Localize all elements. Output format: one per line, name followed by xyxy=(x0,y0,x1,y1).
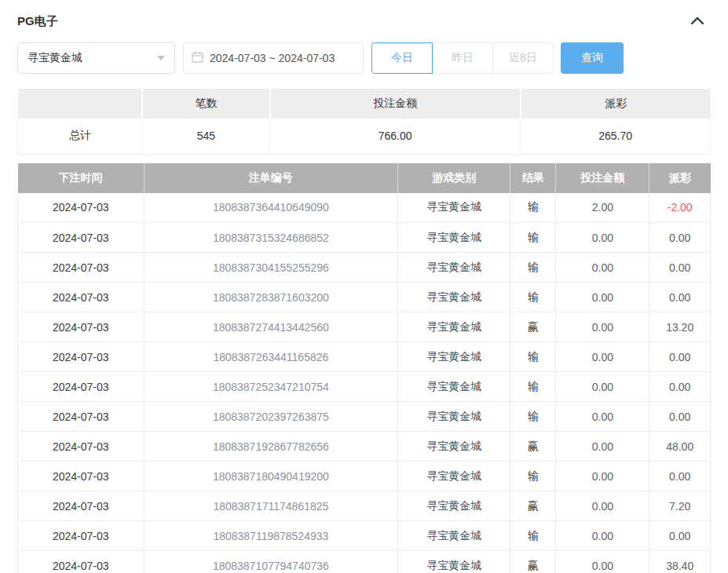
cell-bet-amount: 0.00 xyxy=(556,223,649,253)
records-table: 下注时间 注单编号 游戏类别 结果 投注金额 派彩 2024-07-03 180… xyxy=(17,163,711,573)
cell-bet-number: 1808387171174861825 xyxy=(144,491,398,521)
cell-bet-amount: 0.00 xyxy=(556,253,649,283)
cell-bet-number: 1808387274413442560 xyxy=(144,312,398,342)
cell-result: 输 xyxy=(510,342,556,372)
caret-down-icon xyxy=(157,56,165,60)
cell-payout: 48.00 xyxy=(649,432,711,462)
records-header-row: 下注时间 注单编号 游戏类别 结果 投注金额 派彩 xyxy=(18,163,711,193)
cell-bet-number: 1808387315324686852 xyxy=(144,223,398,253)
cell-bet-number: 1808387180490419200 xyxy=(144,462,398,491)
cell-bet-time: 2024-07-03 xyxy=(18,312,145,342)
cell-bet-amount: 0.00 xyxy=(556,432,649,462)
cell-bet-amount: 0.00 xyxy=(556,491,649,521)
cell-bet-time: 2024-07-03 xyxy=(18,491,145,521)
summary-header-empty xyxy=(18,89,143,119)
table-row: 2024-07-03 1808387171174861825 寻宝黄金城 赢 0… xyxy=(18,491,711,521)
cell-bet-time: 2024-07-03 xyxy=(18,521,145,551)
cell-game-type: 寻宝黄金城 xyxy=(398,551,510,573)
cell-game-type: 寻宝黄金城 xyxy=(398,312,510,342)
cell-bet-time: 2024-07-03 xyxy=(18,432,145,462)
summary-header-row: 笔数 投注金额 派彩 xyxy=(18,89,711,119)
cell-bet-number: 1808387304155255296 xyxy=(144,253,398,283)
cell-result: 输 xyxy=(510,462,556,491)
cell-payout: 0.00 xyxy=(649,342,711,372)
cell-bet-time: 2024-07-03 xyxy=(18,462,145,491)
summary-total-payout: 265.70 xyxy=(521,119,711,154)
cell-result: 输 xyxy=(510,283,556,312)
records-header-payout: 派彩 xyxy=(649,163,711,193)
cell-result: 输 xyxy=(510,223,556,253)
records-header-game-type: 游戏类别 xyxy=(398,163,510,193)
cell-payout: 0.00 xyxy=(649,253,711,283)
cell-result: 输 xyxy=(510,372,556,402)
table-row: 2024-07-03 1808387315324686852 寻宝黄金城 输 0… xyxy=(18,223,711,253)
cell-bet-number: 1808387119878524933 xyxy=(144,521,398,551)
table-row: 2024-07-03 1808387364410649090 寻宝黄金城 输 2… xyxy=(18,193,711,223)
cell-result: 输 xyxy=(510,193,556,223)
game-select[interactable]: 寻宝黄金城 xyxy=(17,42,175,74)
cell-game-type: 寻宝黄金城 xyxy=(398,253,510,283)
records-header-bet-amount: 投注金额 xyxy=(556,163,649,193)
table-row: 2024-07-03 1808387202397263875 寻宝黄金城 输 0… xyxy=(18,402,711,432)
cell-result: 赢 xyxy=(510,432,556,462)
cell-bet-amount: 0.00 xyxy=(556,312,649,342)
cell-game-type: 寻宝黄金城 xyxy=(398,372,510,402)
cell-bet-number: 1808387263441165826 xyxy=(144,342,398,372)
yesterday-button[interactable]: 昨日 xyxy=(432,42,493,74)
cell-game-type: 寻宝黄金城 xyxy=(398,491,510,521)
table-row: 2024-07-03 1808387283871603200 寻宝黄金城 输 0… xyxy=(18,283,711,312)
calendar-icon xyxy=(192,51,203,66)
search-button[interactable]: 查询 xyxy=(561,42,624,74)
cell-game-type: 寻宝黄金城 xyxy=(398,283,510,312)
cell-bet-amount: 0.00 xyxy=(556,402,649,432)
cell-bet-amount: 0.00 xyxy=(556,551,649,573)
cell-payout: 0.00 xyxy=(649,223,711,253)
cell-result: 赢 xyxy=(510,491,556,521)
table-row: 2024-07-03 1808387252347210754 寻宝黄金城 输 0… xyxy=(18,372,711,402)
cell-bet-time: 2024-07-03 xyxy=(18,551,145,573)
cell-bet-time: 2024-07-03 xyxy=(18,342,145,372)
records-header-bet-time: 下注时间 xyxy=(18,163,145,193)
date-range-picker[interactable]: 2024-07-03 ~ 2024-07-03 xyxy=(183,42,364,74)
records-table-body: 2024-07-03 1808387364410649090 寻宝黄金城 输 2… xyxy=(18,193,711,573)
cell-bet-amount: 0.00 xyxy=(556,283,649,312)
cell-game-type: 寻宝黄金城 xyxy=(398,432,510,462)
pg-panel: PG电子 寻宝黄金城 2024-07-03 ~ 2024-07-03 今日 昨日… xyxy=(0,0,728,573)
cell-bet-number: 1808387283871603200 xyxy=(144,283,398,312)
cell-result: 赢 xyxy=(510,551,556,573)
cell-payout: 38.40 xyxy=(649,551,711,573)
cell-payout: 0.00 xyxy=(649,462,711,491)
cell-game-type: 寻宝黄金城 xyxy=(398,342,510,372)
cell-payout: 0.00 xyxy=(649,521,711,551)
today-button[interactable]: 今日 xyxy=(371,42,433,74)
summary-total-label: 总计 xyxy=(18,119,143,154)
summary-total-bet-amount: 766.00 xyxy=(270,119,521,154)
cell-payout: 0.00 xyxy=(649,283,711,312)
summary-total-row: 总计 545 766.00 265.70 xyxy=(18,119,711,154)
cell-payout: -2.00 xyxy=(649,193,711,223)
date-range-value: 2024-07-03 ~ 2024-07-03 xyxy=(210,52,335,64)
cell-result: 赢 xyxy=(510,312,556,342)
summary-header-bet-amount: 投注金额 xyxy=(270,89,521,119)
cell-result: 输 xyxy=(510,521,556,551)
table-row: 2024-07-03 1808387304155255296 寻宝黄金城 输 0… xyxy=(18,253,711,283)
cell-bet-amount: 0.00 xyxy=(556,342,649,372)
table-row: 2024-07-03 1808387107794740736 寻宝黄金城 赢 0… xyxy=(18,551,711,573)
cell-result: 输 xyxy=(510,402,556,432)
cell-payout: 13.20 xyxy=(649,312,711,342)
cell-game-type: 寻宝黄金城 xyxy=(398,521,510,551)
cell-bet-amount: 0.00 xyxy=(556,372,649,402)
summary-table: 笔数 投注金额 派彩 总计 545 766.00 265.70 xyxy=(17,89,711,155)
cell-bet-amount: 0.00 xyxy=(556,462,649,491)
cell-bet-time: 2024-07-03 xyxy=(18,223,145,253)
table-row: 2024-07-03 1808387192867782656 寻宝黄金城 赢 0… xyxy=(18,432,711,462)
collapse-button[interactable] xyxy=(689,13,706,30)
cell-bet-time: 2024-07-03 xyxy=(18,253,145,283)
summary-header-payout: 派彩 xyxy=(521,89,711,119)
cell-bet-time: 2024-07-03 xyxy=(18,193,145,223)
cell-game-type: 寻宝黄金城 xyxy=(398,193,510,223)
table-row: 2024-07-03 1808387263441165826 寻宝黄金城 输 0… xyxy=(18,342,711,372)
cell-bet-time: 2024-07-03 xyxy=(18,402,145,432)
last-8-days-button[interactable]: 近8日 xyxy=(492,42,554,74)
summary-total-count: 545 xyxy=(142,119,269,154)
